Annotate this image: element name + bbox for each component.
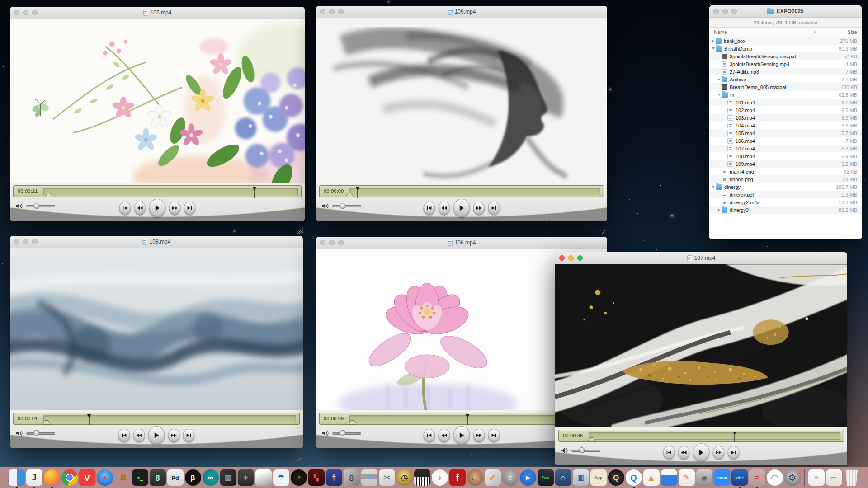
disclosure-triangle[interactable] xyxy=(718,78,720,81)
video-canvas-ink-face[interactable] xyxy=(316,18,607,183)
dock-icon-flash[interactable]: f xyxy=(449,469,466,486)
rewind-button[interactable] xyxy=(439,202,450,215)
finder-row[interactable]: dinergy100.7 MB xyxy=(709,183,862,191)
dock-icon-firefox[interactable] xyxy=(44,469,60,486)
dock-icon-audio-analyzer[interactable]: ≈ xyxy=(749,469,765,486)
video-canvas-blue-smoke[interactable] xyxy=(10,248,303,410)
titlebar[interactable]: 106.mp4 xyxy=(316,237,607,249)
volume-knob[interactable] xyxy=(33,203,39,209)
dock-icon-piano-app[interactable] xyxy=(414,469,430,486)
timeline[interactable]: 00:00:21 xyxy=(13,185,302,197)
dock-icon-youtube-app[interactable]: ▶ xyxy=(520,469,536,486)
finder-row[interactable]: 109.mp46.2 MB xyxy=(709,160,862,168)
jump-start-button[interactable] xyxy=(424,202,435,215)
disclosure-triangle[interactable] xyxy=(718,94,721,96)
scrubber-handle[interactable] xyxy=(44,193,53,197)
fast-forward-button[interactable] xyxy=(473,429,485,442)
dock-icon-propeller-app[interactable]: ☂ xyxy=(273,469,289,486)
finder-row[interactable]: 106.mp47 MB xyxy=(709,137,862,145)
dock-icon-photo-scissors[interactable]: ✂ xyxy=(379,469,395,486)
fast-forward-button[interactable] xyxy=(168,429,180,442)
finder-row[interactable]: BreathDemo_005.maxpat430 KB xyxy=(709,83,862,91)
timeline-groove[interactable] xyxy=(43,188,298,195)
finder-row[interactable]: dinergy2.m4a13.3 MB xyxy=(709,198,862,206)
playhead-marker[interactable] xyxy=(252,187,257,198)
dock-icon-pure-data[interactable]: Pd xyxy=(167,469,184,486)
timeline[interactable]: 00:00:06 xyxy=(558,430,844,442)
dock-icon-radar-app[interactable]: ◔ xyxy=(291,469,307,486)
finder-row[interactable]: 107.mp46.3 MB xyxy=(709,145,862,152)
finder-row[interactable]: BreathDemo90.3 MB xyxy=(709,45,862,52)
volume-slider[interactable] xyxy=(26,432,55,435)
dock-icon-image-viewer[interactable]: ▣ xyxy=(573,469,589,486)
dock-icon-garageband[interactable]: ♩ xyxy=(467,469,483,486)
dock-icon-check-app[interactable]: ✔ xyxy=(485,469,501,486)
play-button[interactable] xyxy=(149,199,166,217)
dock-icon-finder[interactable] xyxy=(9,469,25,486)
jump-start-button[interactable] xyxy=(118,429,130,442)
dock-icon-quicktime-7[interactable]: Q xyxy=(608,469,624,486)
scrubber-handle[interactable] xyxy=(348,420,357,425)
volume-slider[interactable] xyxy=(332,432,361,435)
disclosure-triangle[interactable] xyxy=(718,209,720,211)
dock-icon-g-house-app[interactable]: ⌂ xyxy=(555,469,571,486)
timeline-groove[interactable] xyxy=(349,188,600,195)
dock-icon-camera-app[interactable]: ◎ xyxy=(344,469,360,486)
dock-icon-vlc[interactable]: ▲ xyxy=(643,469,660,486)
dock-icon-system-preferences[interactable]: ⚙ xyxy=(784,469,801,486)
volume-slider[interactable] xyxy=(26,205,55,207)
finder-row[interactable]: 3pointsBreathSensing.mp414 MB xyxy=(709,60,862,68)
timeline[interactable]: 00:00:00 xyxy=(319,185,604,197)
playhead-marker[interactable] xyxy=(732,431,737,443)
jump-start-button[interactable] xyxy=(424,429,435,442)
finder-row[interactable]: 102.mp46.5 MB xyxy=(709,106,862,114)
scrubber-handle[interactable] xyxy=(345,193,354,197)
jump-end-button[interactable] xyxy=(183,429,195,442)
dock-icon-gold-clock[interactable]: ◷ xyxy=(396,469,413,486)
titlebar[interactable]: 108.mp4 xyxy=(10,236,303,248)
dock-icon-disk-utility[interactable]: ◉ xyxy=(696,469,712,486)
dock-icon-minimized-document[interactable]: ≡ xyxy=(808,469,825,486)
dock-icon-beta-app[interactable]: β xyxy=(185,469,201,486)
volume-slider[interactable] xyxy=(571,450,600,452)
timeline-groove[interactable] xyxy=(589,432,840,440)
finder-row[interactable]: 103.mp46.9 MB xyxy=(709,114,862,122)
dock-icon-safari[interactable]: ◆ xyxy=(97,469,113,486)
fast-forward-button[interactable] xyxy=(473,202,485,215)
dock-icon-book-sword-app[interactable]: † xyxy=(326,469,342,486)
dock-icon-arduino[interactable]: ∞ xyxy=(203,469,219,486)
volume-knob[interactable] xyxy=(340,203,345,209)
playhead-marker[interactable] xyxy=(87,414,91,426)
dock-icon-switches-app[interactable]: ▚ xyxy=(308,469,325,486)
disclosure-triangle[interactable] xyxy=(712,47,715,50)
dock-icon-vivaldi[interactable]: V xyxy=(79,469,95,486)
disclosure-triangle[interactable] xyxy=(712,40,714,42)
volume-knob[interactable] xyxy=(579,447,585,453)
column-header-size[interactable]: Size xyxy=(820,28,862,37)
timeline-groove[interactable] xyxy=(43,415,296,422)
dock-icon-scanner-app[interactable]: ▬ xyxy=(361,469,377,486)
fast-forward-button[interactable] xyxy=(713,446,725,460)
dock-icon-free-mp4-converter[interactable]: Free xyxy=(538,469,554,486)
finder-row[interactable]: 105.mp415.7 MB xyxy=(709,129,862,137)
column-header-name[interactable]: Name ^ xyxy=(709,29,820,35)
finder-row[interactable]: 101.mp46.1 MB xyxy=(709,99,862,106)
finder-row[interactable]: ribbon.png3.8 MB xyxy=(709,175,862,183)
dock-icon-zoom[interactable]: zoom xyxy=(714,469,730,486)
timeline[interactable]: 00:00:01 xyxy=(13,413,300,425)
dock-icon-blackletter-b[interactable]: B xyxy=(114,469,131,486)
video-canvas-flowers[interactable] xyxy=(10,19,305,183)
rewind-button[interactable] xyxy=(439,429,450,442)
rewind-button[interactable] xyxy=(678,446,690,460)
finder-titlebar[interactable]: EXPO2025 xyxy=(709,5,862,18)
dock-icon-terminal[interactable]: >_ xyxy=(132,469,148,486)
dock-icon-chrome[interactable] xyxy=(61,469,78,486)
volume-knob[interactable] xyxy=(340,430,345,436)
playhead-marker[interactable] xyxy=(355,187,360,198)
jump-end-button[interactable] xyxy=(488,429,500,442)
finder-row[interactable]: dinergy.pdf1.3 MB xyxy=(709,191,862,198)
dock-icon-text-editor-j[interactable]: J xyxy=(26,469,42,486)
rewind-button[interactable] xyxy=(134,202,146,215)
disclosure-triangle[interactable] xyxy=(712,186,715,188)
jump-start-button[interactable] xyxy=(663,446,675,460)
